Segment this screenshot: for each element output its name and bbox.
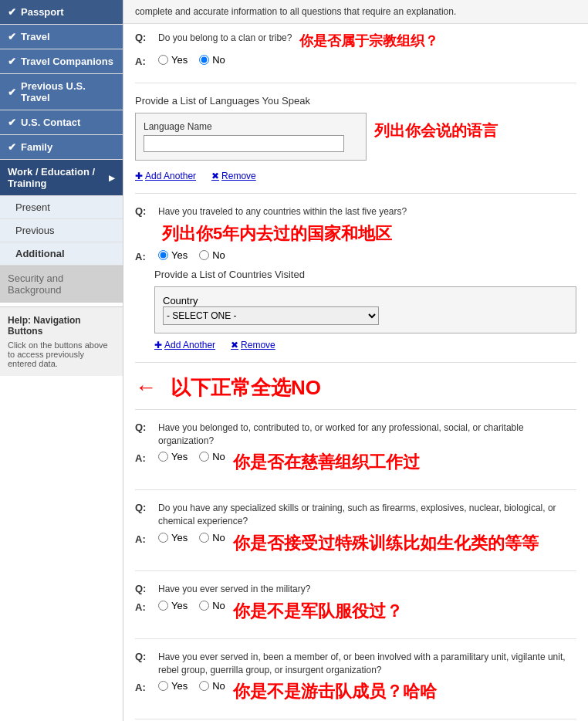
q3-yes-radio[interactable]: [158, 250, 168, 260]
q1-yes-radio[interactable]: [158, 55, 168, 65]
language-table: Language Name: [135, 113, 367, 161]
q4-no-option[interactable]: No: [199, 451, 225, 462]
country-select[interactable]: - SELECT ONE -: [163, 306, 379, 325]
q3-yes-option[interactable]: Yes: [158, 249, 188, 261]
q6-radio-group: Yes No: [158, 600, 225, 611]
language-content-row: Language Name 列出你会说的语言: [135, 113, 576, 167]
question-block-7: Q: Have you ever served in, been a membe…: [135, 651, 576, 720]
language-block: Provide a List of Languages You Speak La…: [135, 95, 576, 194]
sidebar-item-passport[interactable]: ✔ Passport: [0, 0, 123, 25]
q4-radio-group: Yes No: [158, 451, 225, 462]
language-add-another[interactable]: ✚ Add Another: [135, 171, 196, 181]
q3-no-radio[interactable]: [199, 250, 209, 260]
q5-no-radio[interactable]: [199, 533, 209, 543]
sidebar-item-additional[interactable]: Additional: [0, 242, 123, 266]
expand-arrow-icon: ▶: [109, 174, 115, 182]
q6-row: Q: Have you ever served in the military?: [135, 583, 576, 596]
q5-radio-group: Yes No: [158, 532, 225, 543]
q3-no-option[interactable]: No: [199, 249, 225, 261]
a7-row: A: Yes No 你是不是游击队成员？哈哈: [135, 680, 576, 703]
sidebar-item-us-contact[interactable]: ✔ U.S. Contact: [0, 110, 123, 135]
q5-row: Q: Do you have any specialized skills or…: [135, 502, 576, 528]
q6-no-option[interactable]: No: [199, 600, 225, 611]
check-icon: ✔: [8, 56, 16, 67]
q7-no-option[interactable]: No: [199, 680, 225, 692]
language-remove[interactable]: ✖ Remove: [211, 171, 256, 181]
q6-yes-radio[interactable]: [158, 601, 168, 611]
q4-yes-radio[interactable]: [158, 452, 168, 462]
q3-annotation: 列出你5年内去过的国家和地区: [154, 222, 576, 245]
country-add-another[interactable]: ✚ Add Another: [154, 340, 215, 350]
q4-no-radio[interactable]: [199, 452, 209, 462]
q1-no-option[interactable]: No: [199, 54, 225, 66]
no-annotation-block: ← 以下正常全选NO: [135, 374, 576, 410]
countries-table: Country - SELECT ONE -: [154, 286, 576, 333]
q1-radio-group: Yes No: [158, 54, 225, 66]
q4-row: Q: Have you belonged to, contributed to,…: [135, 421, 576, 448]
language-add-remove: ✚ Add Another ✖ Remove: [135, 171, 576, 181]
sidebar: ✔ Passport ✔ Travel ✔ Travel Companions …: [0, 0, 123, 721]
q7-radio-group: Yes No: [158, 680, 225, 692]
check-icon: ✔: [8, 141, 16, 153]
question-block-3: Q: Have you traveled to any countries wi…: [135, 205, 576, 363]
minus-icon: ✖: [211, 171, 219, 181]
a6-row: A: Yes No 你是不是军队服役过？: [135, 600, 576, 623]
check-icon: ✔: [8, 117, 16, 128]
question-block-1: Q: Do you belong to a clan or tribe? 你是否…: [135, 32, 576, 83]
sidebar-sub-menu: Present Previous Additional: [0, 196, 123, 266]
a3-row: A: Yes No: [135, 249, 576, 262]
q5-yes-option[interactable]: Yes: [158, 532, 188, 543]
countries-section: Provide a List of Countries Visited Coun…: [154, 269, 576, 350]
q7-yes-option[interactable]: Yes: [158, 680, 188, 692]
sidebar-help: Help: Navigation Buttons Click on the bu…: [0, 306, 123, 376]
countries-add-remove: ✚ Add Another ✖ Remove: [154, 340, 576, 350]
sidebar-item-previous[interactable]: Previous: [0, 219, 123, 242]
q1-no-radio[interactable]: [199, 55, 209, 65]
q5-no-option[interactable]: No: [199, 532, 225, 543]
q4-yes-option[interactable]: Yes: [158, 451, 188, 462]
sidebar-item-travel-companions[interactable]: ✔ Travel Companions: [0, 49, 123, 74]
sidebar-item-security[interactable]: Security and Background: [0, 266, 123, 303]
q6-yes-option[interactable]: Yes: [158, 600, 188, 611]
plus-icon: ✚: [135, 171, 143, 181]
q3-radio-group: Yes No: [158, 249, 225, 261]
a4-row: A: Yes No 你是否在慈善组织工作过: [135, 451, 576, 474]
q1-row: Q: Do you belong to a clan or tribe? 你是否…: [135, 32, 576, 50]
a1-row: A: Yes No: [135, 54, 576, 67]
sidebar-item-family[interactable]: ✔ Family: [0, 135, 123, 160]
q1-yes-option[interactable]: Yes: [158, 54, 188, 66]
question-block-4: Q: Have you belonged to, contributed to,…: [135, 421, 576, 491]
q7-yes-radio[interactable]: [158, 681, 168, 691]
q5-yes-radio[interactable]: [158, 533, 168, 543]
check-icon: ✔: [8, 31, 16, 42]
red-arrow-icon: ←: [135, 375, 157, 400]
main-content: complete and accurate information to all…: [123, 0, 588, 721]
language-name-input[interactable]: [144, 135, 344, 152]
minus-icon: ✖: [231, 340, 238, 350]
sidebar-item-present[interactable]: Present: [0, 196, 123, 219]
form-content: Q: Do you belong to a clan or tribe? 你是否…: [123, 24, 588, 721]
plus-icon: ✚: [154, 340, 162, 350]
q6-no-radio[interactable]: [199, 601, 209, 611]
a5-row: A: Yes No 你是否接受过特殊训练比如生化类的等等: [135, 532, 576, 555]
sidebar-item-work-education[interactable]: Work / Education / Training ▶: [0, 160, 123, 196]
sidebar-item-previous-us-travel[interactable]: ✔ Previous U.S. Travel: [0, 74, 123, 110]
q7-row: Q: Have you ever served in, been a membe…: [135, 651, 576, 677]
q7-no-radio[interactable]: [199, 681, 209, 691]
top-instruction: complete and accurate information to all…: [123, 0, 588, 24]
country-remove[interactable]: ✖ Remove: [231, 340, 275, 350]
question-block-5: Q: Do you have any specialized skills or…: [135, 502, 576, 571]
check-icon: ✔: [8, 6, 16, 18]
question-block-6: Q: Have you ever served in the military?…: [135, 583, 576, 639]
sidebar-item-travel[interactable]: ✔ Travel: [0, 25, 123, 49]
check-icon: ✔: [8, 86, 16, 98]
q3-row: Q: Have you traveled to any countries wi…: [135, 205, 576, 218]
